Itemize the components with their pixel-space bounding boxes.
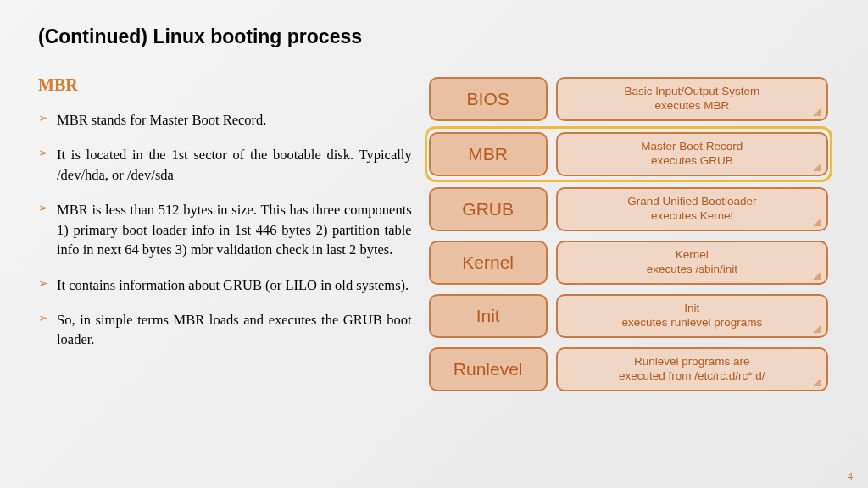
- content-area: MBR MBR stands for Master Boot Record. I…: [38, 75, 830, 393]
- stage-row: RunlevelRunlevel programs areexecuted fr…: [427, 346, 830, 393]
- stage-label: Runlevel: [429, 347, 548, 391]
- slide: (Continued) Linux booting process MBR MB…: [0, 0, 868, 488]
- boot-diagram: BIOSBasic Input/Output Systemexecutes MB…: [427, 75, 830, 393]
- bullet-item: MBR is less than 512 bytes in size. This…: [38, 200, 412, 259]
- bullet-item: It is located in the 1st sector of the b…: [38, 145, 412, 185]
- slide-title: (Continued) Linux booting process: [38, 25, 830, 48]
- stage-label: Init: [429, 294, 548, 338]
- stage-row: MBRMaster Boot Recordexecutes GRUB: [427, 129, 830, 180]
- bullet-item: MBR stands for Master Boot Record.: [38, 110, 412, 130]
- bullet-item: So, in simple terms MBR loads and execut…: [38, 310, 412, 350]
- stage-label: GRUB: [429, 187, 548, 231]
- stage-description: Master Boot Recordexecutes GRUB: [556, 132, 828, 176]
- stage-row: KernelKernelexecutes /sbin/init: [427, 239, 830, 286]
- page-number: 4: [848, 471, 853, 481]
- stage-label: MBR: [429, 132, 548, 176]
- stage-description: Runlevel programs areexecuted from /etc/…: [556, 347, 828, 391]
- section-heading: MBR: [38, 75, 412, 95]
- stage-row: BIOSBasic Input/Output Systemexecutes MB…: [427, 75, 830, 123]
- stage-row: GRUBGrand Unified Bootloaderexecutes Ker…: [427, 186, 830, 233]
- bullet-list: MBR stands for Master Boot Record. It is…: [38, 110, 412, 350]
- stage-row: InitInitexecutes runlevel programs: [427, 292, 830, 340]
- stage-description: Basic Input/Output Systemexecutes MBR: [556, 77, 828, 121]
- stage-description: Initexecutes runlevel programs: [556, 294, 828, 338]
- text-column: MBR MBR stands for Master Boot Record. I…: [38, 75, 412, 393]
- stage-label: BIOS: [429, 77, 548, 121]
- bullet-item: It contains information about GRUB (or L…: [38, 275, 412, 295]
- stage-description: Grand Unified Bootloaderexecutes Kernel: [556, 187, 828, 231]
- stage-label: Kernel: [429, 241, 548, 285]
- stage-description: Kernelexecutes /sbin/init: [556, 241, 828, 285]
